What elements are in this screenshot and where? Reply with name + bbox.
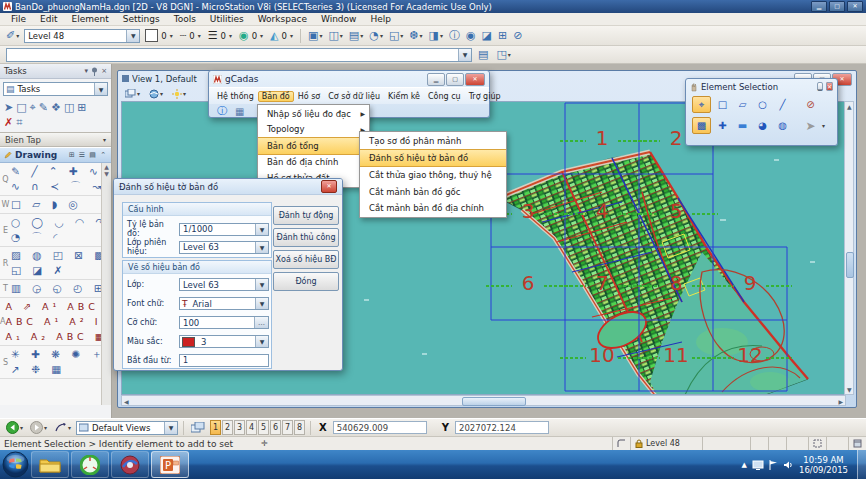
tasks-panel-header[interactable]: Tasks ▾ × — [0, 64, 111, 79]
no-select-icon[interactable]: ⊘ — [802, 97, 819, 112]
drawing-tools-group-w[interactable]: W□ ▱ ◗ ◎ — [0, 196, 111, 214]
menu-item[interactable]: Cắt mảnh bản đồ gốc — [360, 184, 506, 200]
select-crosshair-icon[interactable]: ⌖ — [692, 96, 711, 113]
gcadas-menu-item[interactable]: Kiểm kê — [384, 91, 424, 102]
copy-view-icon[interactable]: ▾ — [52, 420, 73, 436]
chevron-down-icon[interactable]: ▾ — [822, 122, 825, 129]
menu-item[interactable]: Đánh số hiệu tờ bản đồ — [360, 149, 506, 167]
keyin-window-icon[interactable]: ◳▾ — [494, 47, 512, 63]
drawing-tool-icons-row[interactable]: □ ▱ ◗ ◎ — [11, 197, 111, 212]
drawing-tools-group-s[interactable]: S✳ ✚ ❋ ✺ ＋↗ ❉ ▦ — [0, 346, 111, 379]
view-toggle-8[interactable]: 8 — [294, 420, 305, 435]
search-icon[interactable]: ◉ — [464, 28, 478, 44]
gcadas-menu-active[interactable]: Bản đồ — [258, 91, 294, 102]
active-class-picker[interactable]: ◉0▾ — [237, 28, 265, 44]
menubar-item-edit[interactable]: Edit — [33, 14, 64, 24]
horizontal-scrollbar-thumb[interactable] — [462, 397, 526, 406]
size-field[interactable]: 100… — [179, 316, 269, 329]
line-select-icon[interactable]: ╱ — [774, 97, 791, 112]
gcadas-titlebar[interactable]: gCadas ▁ ▢ ✕ — [209, 71, 489, 87]
subtract-icon[interactable]: ▬ — [734, 118, 751, 133]
drawing-tool-icons-row[interactable]: A₁ A₂ ABC ▦ — [5, 329, 111, 344]
close-icon[interactable]: × — [101, 67, 107, 76]
drawing-tools-group-e[interactable]: E○ ◯ ◡ ◠ ↷◔ ⌒ ◜ — [0, 214, 111, 247]
view-toggle-7[interactable]: 7 — [282, 420, 293, 435]
shape-select-icon[interactable]: ▱ — [734, 97, 751, 112]
menu-item[interactable]: Cắt mảnh bản đồ địa chính — [360, 200, 506, 216]
menubar-item-tools[interactable]: Tools — [167, 14, 203, 24]
tasks-combo[interactable]: ▤ Tasks ▼ — [3, 82, 108, 96]
close-icon[interactable]: ✕ — [847, 1, 863, 12]
raster-manager-icon[interactable]: ▤▾ — [347, 28, 365, 44]
drawing-tools-group-q[interactable]: Q✎ ╱ ⌃ ✚ ∿∿ ∩ ≺ ⌒ ↝ — [0, 163, 111, 196]
cells-icon[interactable]: ❆▾ — [407, 28, 424, 44]
menubar-item-utilities[interactable]: Utilities — [203, 14, 251, 24]
view-display-mode-icon[interactable]: ▾ — [123, 86, 142, 102]
arc-mode-icon[interactable]: ◕ — [754, 118, 771, 133]
info-icon[interactable]: ⓘ — [217, 104, 227, 118]
keyin-input[interactable]: ▼ — [6, 48, 472, 62]
taskbar-explorer-button[interactable] — [31, 451, 69, 478]
close-button[interactable]: Đóng — [273, 272, 339, 291]
drawing-tool-icons-row[interactable]: ▨ ◍ ◰ ⊠ ▩ — [11, 248, 111, 263]
manual-number-button[interactable]: Đánh thủ công — [273, 228, 339, 247]
circle-select-icon[interactable]: ○ — [754, 97, 771, 112]
grid-mode-icon[interactable]: ▩ — [692, 117, 711, 134]
section-drawing[interactable]: Drawing ⊞ ☰ ▤ ⌃ — [0, 147, 111, 163]
grid-icon[interactable]: ▦ — [235, 106, 244, 117]
menu-item[interactable]: Nhập số liệu đo đạc▶ — [258, 106, 369, 122]
references-icon[interactable]: ◫▾ — [326, 28, 344, 44]
taskbar-microstation-button[interactable] — [111, 451, 149, 478]
rectangle-select-icon[interactable]: □ — [714, 97, 731, 112]
menubar-item-window[interactable]: Window — [314, 14, 364, 24]
export-icon[interactable]: ◪ — [480, 28, 494, 44]
drawing-tools-group-r[interactable]: R▨ ◍ ◰ ⊠ ▩◱ ◪ ✗ — [0, 247, 111, 280]
close-icon[interactable]: ✕ — [465, 73, 485, 86]
gcadas-menu-item[interactable]: Trợ giúp — [465, 91, 505, 102]
point-clouds-icon[interactable]: ◔▾ — [367, 28, 385, 44]
active-color-picker[interactable]: 0▾ — [143, 28, 174, 44]
drawing-tools-group-t[interactable]: T▥ ◶ ◵ ◴ ⊞ — [0, 280, 111, 298]
view-toggle-5[interactable]: 5 — [258, 420, 269, 435]
view-lighting-icon[interactable]: ▾ — [170, 86, 188, 102]
view-toggle-1[interactable]: 1 — [210, 420, 221, 435]
menubar-item-workspace[interactable]: Workspace — [251, 14, 314, 24]
active-level-combo[interactable]: Level 48▼ — [24, 29, 140, 43]
active-element-template-icon[interactable]: ✐▾ — [4, 28, 21, 44]
markup-icon[interactable]: ◨▾ — [427, 28, 445, 44]
maximize-icon[interactable]: ▢ — [829, 1, 845, 12]
taskbar-powerpoint-button[interactable]: P — [151, 451, 189, 478]
taskbar-unikey-button[interactable] — [71, 451, 109, 478]
gcadas-menu-item[interactable]: Công cụ — [424, 91, 465, 102]
main-tools-row-2[interactable]: ✗⌗ — [4, 115, 109, 130]
drawing-tool-icons-row[interactable]: A ⇗ A¹ ABC C — [5, 299, 111, 314]
menubar-item-element[interactable]: Element — [65, 14, 116, 24]
section-bien-tap[interactable]: Bien Tap ▾ — [0, 132, 111, 147]
drawing-tool-icons-row[interactable]: ✳ ✚ ❋ ✺ ＋ — [11, 347, 111, 362]
sphere-mode-icon[interactable]: ◍ — [774, 118, 791, 133]
color-combo[interactable]: 3▼ — [179, 335, 269, 348]
view-groups-icon[interactable] — [189, 420, 207, 436]
active-level-status[interactable]: Level 48 — [630, 437, 702, 451]
menubar-item-file[interactable]: File — [4, 14, 33, 24]
maximize-icon[interactable]: ▢ — [446, 73, 464, 86]
pin-icon[interactable] — [91, 67, 98, 76]
fit-view-icon[interactable] — [808, 437, 826, 451]
view-toggle-6[interactable]: 6 — [270, 420, 281, 435]
active-priority-picker[interactable]: ◭0▾ — [268, 28, 295, 44]
minimize-icon[interactable]: ▁ — [427, 73, 445, 86]
info-icon[interactable]: ⓘ — [447, 28, 462, 44]
layout-mode-icons[interactable]: ⊞ ☰ ▤ ⌃ — [69, 151, 107, 159]
menubar-item-help[interactable]: Help — [363, 14, 398, 24]
keyin-browser-icon[interactable]: ▤ — [476, 47, 490, 63]
drawing-tool-icons-row[interactable]: ABC A¹ A² I AA — [5, 314, 111, 329]
horizontal-scrollbar[interactable]: ◀ ▶ — [121, 395, 846, 406]
saved-views-combo[interactable]: Default Views▼ — [76, 421, 178, 435]
models-icon[interactable]: ▣▾ — [306, 28, 324, 44]
drawing-tool-icons-row[interactable]: ✎ ╱ ⌃ ✚ ∿ — [11, 164, 111, 179]
view-toggle-3[interactable]: 3 — [234, 420, 245, 435]
view-toggle-4[interactable]: 4 — [246, 420, 257, 435]
menu-item[interactable]: Bản đồ địa chính▶ — [258, 155, 369, 171]
menubar-item-settings[interactable]: Settings — [116, 14, 167, 24]
start-input[interactable]: 1 — [179, 354, 269, 367]
